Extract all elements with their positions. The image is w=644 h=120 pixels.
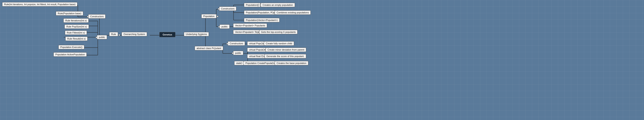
pop-constructor2-desc-node: Combines existing populations (275, 10, 311, 15)
public-pop-label: public (222, 25, 228, 28)
pop-vector-top-desc-node: Gets the top-scoring X populants (259, 30, 298, 34)
constructors-populant-node: Constructors (228, 41, 245, 46)
virtual-populant-dot (261, 42, 263, 44)
pop-vector-top-desc-label: Gets the top-scoring X populants (261, 31, 296, 33)
pop-execute-node: Population Execute() (58, 45, 84, 49)
static-dot (241, 62, 242, 64)
rule-popsize-node: Rule PopSize(Int x) (64, 24, 89, 29)
population-dot (217, 16, 218, 17)
pop-constructor1-dot (258, 4, 260, 6)
constructors-pop-label: Constructors (221, 7, 234, 10)
pop-vector-populants-label: Vector<Populant> Populants (235, 24, 265, 27)
abstract-populant-label: abstract class Populant (196, 47, 221, 50)
rule-constructor2-node: Rule(Population base) (56, 11, 83, 16)
genetus-label: Genetus (162, 33, 172, 36)
rule-constructor2-label: Rule(Population base) (58, 12, 81, 15)
pop-vector-top-dot (256, 31, 258, 33)
virtual-populant-desc-label: Create fully random child (266, 42, 292, 45)
abstract-populant-dot (214, 48, 216, 49)
population-node: Population (201, 14, 216, 18)
pop-constructor1-desc-label: Creates an empty population (262, 4, 293, 6)
rule-result-node: Rule Result(Int x) (65, 36, 88, 41)
constructors-populant-label: Constructors (230, 42, 243, 45)
virtual-child-dot (263, 49, 264, 50)
public-populant-node: public (233, 51, 243, 55)
rule-iterations-node: Rule Iterations(Int x) (63, 18, 89, 23)
virtual-score-desc-label: Generate the score of this populant. (266, 55, 304, 58)
public-populant-dot (232, 52, 234, 54)
rule-result-label: Rule Result(Int x) (67, 38, 86, 40)
pop-constructor3-label: Population(Vector<Populant>) (246, 19, 278, 22)
rule-popsize-label: Rule PopSize(Int x) (66, 25, 87, 28)
population-node-label: Population (203, 15, 214, 18)
rule-constructor1-node: Rule(Int iterations, Int popsize, Int fi… (2, 2, 78, 6)
pop-constructor3-node: Population(Vector<Populant>) (244, 18, 280, 22)
underlying-dot (200, 34, 202, 36)
abstract-populant-node: abstract class Populant (195, 46, 223, 50)
pop-active-label: Population ActivePopulation (55, 53, 85, 56)
public-rule-label: public (99, 36, 105, 38)
create-population-dot (272, 62, 274, 64)
rule-constructor1-label: Rule(Int iterations, Int popsize, Int fi… (4, 3, 76, 6)
constructors-populant-dot (226, 43, 228, 44)
rule-node: Rule (109, 32, 118, 36)
pop-active-node: Population ActivePopulation (54, 52, 87, 57)
virtual-child-desc-label: Create minor deviation from parent (268, 48, 304, 51)
rule-fittest-node: Rule Fittest(Int x) (65, 30, 87, 35)
pop-constructor1-label: Population() (246, 4, 259, 6)
rule-iterations-label: Rule Iterations(Int x) (65, 19, 87, 22)
pop-execute-label: Population Execute() (60, 46, 82, 48)
create-population-desc-node: Creates the base population (275, 61, 308, 65)
virtual-score-desc-node: Generate the score of this populant. (264, 54, 306, 58)
rule-dot (118, 34, 120, 36)
pop-constructor2-desc-label: Combines existing populations (276, 11, 309, 14)
public-pop-node: public (220, 24, 230, 29)
constructors-rule-label: Constructors (90, 15, 104, 18)
overarching-label: Overarching System (124, 33, 145, 36)
public-populant-label: public (235, 52, 241, 54)
pop-vector-populants-node: Vector<Populant> Populants (233, 23, 267, 28)
virtual-child-desc-node: Create minor deviation from parent (266, 48, 306, 52)
constructors-rule-dot (87, 16, 89, 18)
rule-fittest-label: Rule Fittest(Int x) (67, 31, 85, 34)
create-population-node: Population CreatePopulation() (244, 61, 279, 65)
virtual-score-dot (262, 55, 264, 57)
underlying-label: Underlying Systems (186, 33, 207, 36)
public-rule-node: public (97, 35, 107, 39)
rule-label: Rule (111, 33, 116, 36)
public-rule-dot (96, 36, 97, 38)
create-population-desc-label: Creates the base population (276, 62, 306, 64)
constructors-pop-node: Constructors (219, 6, 236, 11)
genetus-node: Genetus (160, 32, 176, 37)
constructors-pop-dot (218, 8, 220, 10)
constructors-rule-node: Constructors (88, 14, 106, 18)
public-pop-dot (218, 26, 220, 28)
overarching-node: Overarching System (122, 32, 147, 36)
underlying-node: Underlying Systems (184, 32, 209, 36)
pop-constructor1-desc-node: Creates an empty population (260, 3, 295, 7)
pop-constructor2-dot (272, 12, 274, 14)
virtual-populant-desc-node: Create fully random child (264, 41, 294, 46)
